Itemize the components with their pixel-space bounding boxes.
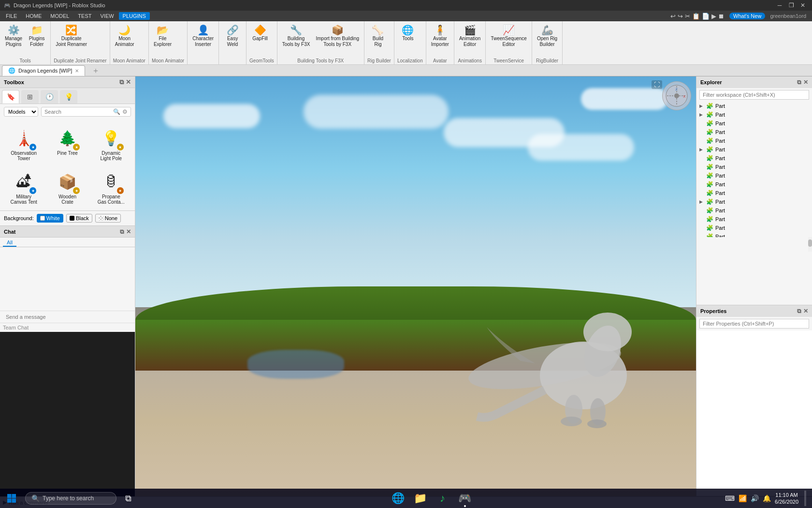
explorer-filter-input[interactable] <box>699 90 809 100</box>
toolbox-item-pine-tree[interactable]: 🌲 ★ Pine Tree <box>46 122 88 164</box>
explorer-item[interactable]: ▶ 🧩 Part <box>696 215 812 224</box>
explorer-item[interactable]: ▶ 🧩 Part <box>696 224 812 232</box>
chat-input[interactable] <box>3 313 132 321</box>
explorer-scrollbar[interactable] <box>696 237 812 252</box>
ribbon-btn-easy-weld[interactable]: 🔗 EasyWeld <box>222 23 243 48</box>
bg-btn-none[interactable]: None <box>95 214 121 223</box>
ribbon-btn-build-rig[interactable]: 🦴 BuildRig <box>367 23 389 48</box>
properties-close-button[interactable]: ✕ <box>803 308 808 314</box>
taskbar-clock[interactable]: 11:10 AM 6/26/2020 <box>775 492 798 506</box>
notification-icon[interactable]: 🔔 <box>763 494 771 502</box>
explorer-item[interactable]: ▶ 🧩 Part <box>696 154 812 163</box>
ribbon-btn-tween-editor[interactable]: 📈 TweenSequenceEditor <box>489 23 529 48</box>
menu-test[interactable]: TEST <box>74 12 95 20</box>
explorer-item[interactable]: ▶ 🧩 Part <box>696 119 812 128</box>
toolbox-item-propane[interactable]: 🛢 ★ PropaneGas Conta... <box>90 166 132 208</box>
menu-file[interactable]: FILE <box>2 12 21 20</box>
toolbox-tab-grid[interactable]: ⊞ <box>21 90 39 104</box>
tab-close-button[interactable]: ✕ <box>75 68 79 74</box>
explorer-item[interactable]: ▶ 🧩 Part <box>696 102 812 110</box>
ribbon-btn-building-tools[interactable]: 🔧 BuildingTools by F3X <box>280 23 312 48</box>
ribbon-btn-duplicate-joint[interactable]: 🔀 DuplicateJoint Renamer <box>54 23 89 48</box>
explorer-scroll-thumb[interactable] <box>808 239 812 247</box>
whats-new-button[interactable]: What's New <box>729 13 765 19</box>
taskbar-search-input[interactable] <box>43 495 110 502</box>
start-button[interactable] <box>0 489 23 508</box>
explorer-item[interactable]: ▶ 🧩 Part <box>696 232 812 237</box>
ribbon-btn-open-rig-builder[interactable]: 🦾 Open RigBuilder <box>535 23 559 48</box>
task-view-button[interactable]: ⧉ <box>118 489 138 508</box>
menu-home[interactable]: HOME <box>22 12 45 20</box>
add-tab-button[interactable]: ＋ <box>89 66 102 76</box>
viewport-maximize-button[interactable]: ⛶ <box>652 80 662 89</box>
ribbon-btn-animation-editor[interactable]: 🎬 AnimationEditor <box>457 23 482 48</box>
toolbar-undo[interactable]: ↩ <box>670 13 676 20</box>
toolbar-paste[interactable]: 📄 <box>702 13 710 20</box>
ribbon-btn-import-building-tools[interactable]: 📦 Import from BuildingTools by F3X <box>314 23 361 48</box>
title-controls[interactable]: ─ ❐ ✕ <box>774 0 808 11</box>
taskbar-file-explorer[interactable]: 📁 <box>411 489 430 508</box>
ribbon-btn-avatar-importer[interactable]: 🧍 AvatarImporter <box>429 23 451 48</box>
menu-model[interactable]: MODEL <box>46 12 73 20</box>
explorer-item[interactable]: ▶ 🧩 Part <box>696 197 812 206</box>
toolbox-close-button[interactable]: ✕ <box>126 78 131 86</box>
show-desktop-button[interactable] <box>804 491 806 506</box>
toolbox-item-canvas-tent[interactable]: 🏕 ★ MilitaryCanvas Tent <box>3 166 44 208</box>
ribbon-btn-char-inserter[interactable]: 👤 CharacterInserter <box>190 23 216 48</box>
taskbar-edge[interactable]: 🌐 <box>389 489 408 508</box>
explorer-item[interactable]: ▶ 🧩 Part <box>696 180 812 189</box>
ribbon-btn-tools[interactable]: 🌐 Tools <box>397 23 419 43</box>
toolbar-copy[interactable]: 📋 <box>692 13 700 20</box>
ribbon-btn-avatar-importer-label: AvatarImporter <box>431 36 449 47</box>
toolbar-redo[interactable]: ↪ <box>678 13 683 20</box>
bg-btn-black[interactable]: Black <box>66 214 92 223</box>
toolbox-grid: 🗼 ★ ObservationTower 🌲 ★ Pine Tree 💡 <box>0 120 135 210</box>
explorer-item[interactable]: ▶ 🧩 Part <box>696 136 812 145</box>
toolbox-item-observation-tower[interactable]: 🗼 ★ ObservationTower <box>3 122 44 164</box>
ribbon-btn-gapfill[interactable]: 🔶 GapFill <box>249 23 271 43</box>
volume-icon[interactable]: 🔊 <box>751 494 759 502</box>
tab-dragon-legends[interactable]: 🌐 Dragon Legends [WIP] ✕ <box>2 65 85 76</box>
explorer-item[interactable]: ▶ 🧩 Part <box>696 189 812 197</box>
search-filter-icon[interactable]: ⚙ <box>122 108 128 115</box>
maximize-button[interactable]: ❐ <box>786 0 797 11</box>
viewport-gizmo[interactable]: Z X <box>662 81 691 110</box>
menu-view[interactable]: VIEW <box>96 12 117 20</box>
chat-popout-button[interactable]: ⧉ <box>120 228 124 235</box>
menu-plugins[interactable]: PLUGINS <box>119 12 150 20</box>
explorer-popout-button[interactable]: ⧉ <box>797 79 801 86</box>
taskbar-roblox-studio[interactable]: 🎮 <box>455 489 475 508</box>
explorer-item[interactable]: ▶ 🧩 Part <box>696 145 812 154</box>
explorer-item[interactable]: ▶ 🧩 Part <box>696 206 812 215</box>
properties-filter-input[interactable] <box>699 319 809 329</box>
close-button[interactable]: ✕ <box>798 0 808 11</box>
toolbar-cut[interactable]: ✂ <box>685 13 690 20</box>
explorer-item[interactable]: ▶ 🧩 Part <box>696 128 812 136</box>
explorer-item[interactable]: ▶ 🧩 Part <box>696 163 812 171</box>
toolbox-dropdown[interactable]: Models Decals Audio <box>4 107 38 117</box>
toolbox-popout-button[interactable]: ⧉ <box>119 78 124 86</box>
toolbox-tab-inventory[interactable]: 💡 <box>60 90 77 104</box>
explorer-item[interactable]: ▶ 🧩 Part <box>696 110 812 119</box>
explorer-item[interactable]: ▶ 🧩 Part <box>696 171 812 180</box>
toolbox-item-dynamic-light-pole[interactable]: 💡 ★ DynamicLight Pole <box>90 122 132 164</box>
duplicate-joint-icon: 🔀 <box>65 25 77 35</box>
explorer-close-button[interactable]: ✕ <box>803 79 808 86</box>
chat-tab-all[interactable]: All <box>3 239 16 247</box>
ribbon-btn-plugins-folder[interactable]: 📁 PluginsFolder <box>26 23 47 48</box>
toolbar-stop[interactable]: ⏹ <box>718 13 725 20</box>
toolbox-item-wooden-crate[interactable]: 📦 ★ WoodenCrate <box>46 166 88 208</box>
bg-btn-white[interactable]: White <box>37 214 63 223</box>
ribbon-btn-manage-plugins[interactable]: ⚙️ ManagePlugins <box>3 23 24 48</box>
properties-popout-button[interactable]: ⧉ <box>797 308 801 314</box>
minimize-button[interactable]: ─ <box>774 0 785 11</box>
ribbon-btn-moon-animator[interactable]: 🌙 MoonAnimator <box>113 23 136 48</box>
chat-close-button[interactable]: ✕ <box>126 228 131 235</box>
toolbox-tab-bookmark[interactable]: 🔖 <box>2 90 19 104</box>
viewport[interactable]: Z X ⛶ <box>135 76 696 496</box>
toolbox-tab-recent[interactable]: 🕐 <box>41 90 58 104</box>
ribbon-btn-file-explorer[interactable]: 📂 FileExplorer <box>152 23 174 48</box>
toolbar-run[interactable]: ▶ <box>711 13 716 20</box>
taskbar-spotify[interactable]: ♪ <box>433 489 452 508</box>
search-input[interactable] <box>44 109 111 115</box>
